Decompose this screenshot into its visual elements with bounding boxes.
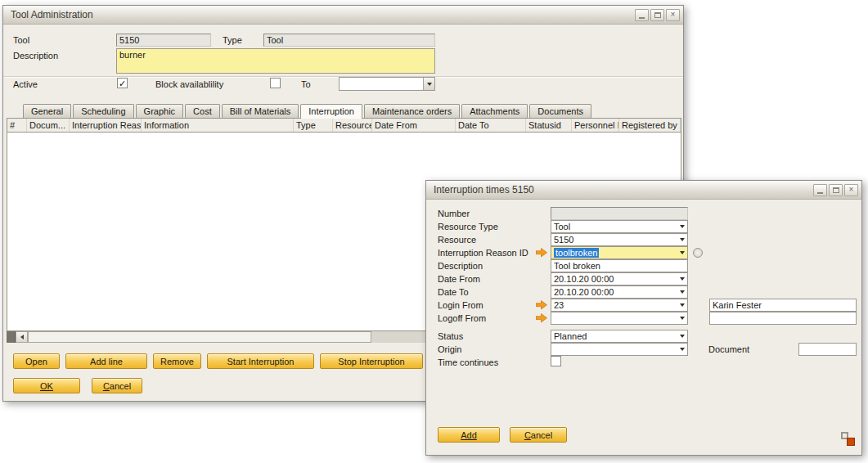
reason-info-icon[interactable]: [693, 248, 703, 258]
type-field[interactable]: Tool: [263, 34, 435, 47]
block-availability-label: Block availablility: [155, 79, 223, 89]
number-field: [551, 207, 688, 220]
column-header-type: Type: [294, 119, 333, 132]
cancel-button[interactable]: Cancel: [92, 378, 142, 393]
origin-label: Origin: [438, 344, 461, 354]
tab-graphic[interactable]: Graphic: [136, 104, 184, 118]
dropdown-arrow-icon: [677, 286, 687, 298]
dialog-description-field[interactable]: Tool broken: [551, 259, 688, 272]
close-button[interactable]: ×: [666, 9, 680, 21]
dialog-minimize-button[interactable]: [813, 184, 827, 196]
resize-grip-icon[interactable]: [840, 431, 855, 446]
dropdown-arrow-icon: [423, 78, 434, 90]
column-header-information: Information: [142, 119, 294, 132]
date-to-dropdown[interactable]: 20.10.20 00:00: [551, 285, 688, 299]
maximize-button[interactable]: [650, 9, 664, 21]
reason-selected-text: toolbroken: [554, 248, 599, 258]
ok-cancel-row: OK Cancel: [13, 378, 142, 393]
open-button[interactable]: Open: [13, 353, 60, 369]
tool-field[interactable]: 5150: [116, 34, 211, 47]
column-header-registered-by: Registered by: [619, 119, 681, 132]
dropdown-arrow-icon: [677, 247, 687, 258]
stop-interruption-button[interactable]: Stop Interruption: [320, 353, 423, 369]
status-dropdown[interactable]: Planned: [551, 330, 688, 343]
column-header-date-from: Date From: [372, 119, 456, 132]
dropdown-arrow-icon: [677, 330, 687, 342]
tab-bill-of-materials[interactable]: Bill of Materials: [222, 104, 299, 118]
dropdown-arrow-icon: [677, 344, 687, 355]
document-field[interactable]: [798, 343, 857, 356]
remove-button[interactable]: Remove: [153, 353, 201, 369]
tab-general[interactable]: General: [23, 104, 71, 118]
screen: Tool Administration × Tool 5150 Type Too…: [0, 0, 868, 463]
resource-type-label: Resource Type: [438, 222, 498, 232]
interruption-reason-combo[interactable]: toolbroken: [551, 246, 688, 259]
main-window-title: Tool Administration: [11, 9, 635, 20]
active-checkbox[interactable]: ✓: [117, 78, 128, 88]
add-line-button[interactable]: Add line: [65, 353, 147, 369]
tab-attachments[interactable]: Attachments: [461, 104, 528, 118]
dropdown-arrow-icon: [677, 312, 687, 324]
add-button[interactable]: Add: [438, 427, 500, 443]
logoff-from-dropdown[interactable]: [551, 312, 688, 325]
dropdown-arrow-icon: [677, 234, 687, 245]
dialog-title: Interruption times 5150: [434, 184, 813, 196]
scroll-left-button[interactable]: [16, 331, 28, 343]
time-continues-checkbox[interactable]: [551, 356, 561, 366]
tab-maintenance-orders[interactable]: Maintenance orders: [364, 104, 460, 118]
column-header-document: Docum...: [27, 119, 70, 132]
login-from-dropdown[interactable]: 23: [551, 299, 688, 312]
column-header-resource: Resource: [333, 119, 372, 132]
link-arrow-icon[interactable]: [536, 313, 547, 323]
ok-button[interactable]: OK: [13, 378, 80, 393]
login-from-name-field[interactable]: Karin Fester: [709, 299, 857, 312]
tab-strip: General Scheduling Graphic Cost Bill of …: [23, 104, 593, 118]
dialog-titlebar[interactable]: Interruption times 5150 ×: [426, 181, 861, 200]
tab-interruption[interactable]: Interruption: [300, 104, 362, 119]
tab-documents[interactable]: Documents: [529, 104, 591, 118]
tab-scheduling[interactable]: Scheduling: [73, 104, 133, 118]
tab-cost[interactable]: Cost: [185, 104, 220, 118]
dialog-cancel-button[interactable]: Cancel: [510, 427, 567, 443]
close-icon: ×: [671, 11, 676, 19]
dialog-maximize-button[interactable]: [829, 184, 843, 196]
minimize-button[interactable]: [635, 9, 649, 21]
number-label: Number: [438, 209, 470, 218]
logoff-from-name-field[interactable]: [709, 312, 857, 325]
minimize-icon: [639, 17, 645, 19]
scrollbar-corner: [7, 331, 16, 343]
minimize-icon: [817, 192, 823, 194]
main-titlebar[interactable]: Tool Administration ×: [3, 6, 683, 25]
column-header-personnel-id: Personnel I: [572, 119, 619, 132]
link-arrow-icon[interactable]: [536, 300, 547, 310]
description-field[interactable]: burner: [116, 48, 435, 74]
time-continues-label: Time continues: [438, 357, 498, 367]
column-header-statusid: Statusid: [526, 119, 572, 132]
dialog-close-button[interactable]: ×: [844, 184, 858, 196]
resource-dropdown[interactable]: 5150: [551, 233, 688, 246]
maximize-icon: [654, 12, 661, 18]
to-label: To: [301, 79, 311, 89]
dialog-window-controls: ×: [813, 184, 858, 196]
action-button-row: Open Add line Remove Start Interruption …: [13, 353, 423, 369]
resource-label: Resource: [438, 235, 476, 245]
to-dropdown[interactable]: [339, 77, 435, 91]
grid-header-row: # Docum... Interruption Reaso Informatio…: [7, 119, 681, 133]
scrollbar-thumb[interactable]: [28, 331, 371, 343]
active-label: Active: [13, 79, 38, 89]
origin-dropdown[interactable]: [551, 343, 688, 356]
status-label: Status: [438, 331, 463, 341]
tool-label: Tool: [13, 35, 29, 45]
resource-type-dropdown[interactable]: Tool: [551, 220, 688, 233]
main-window-controls: ×: [635, 9, 680, 21]
start-interruption-button[interactable]: Start Interruption: [207, 353, 314, 369]
date-from-label: Date From: [438, 274, 480, 284]
description-label: Description: [13, 51, 58, 61]
dialog-description-label: Description: [438, 261, 483, 271]
logoff-from-label: Logoff From: [438, 313, 486, 323]
block-availability-checkbox[interactable]: [270, 78, 281, 88]
login-from-label: Login From: [438, 300, 483, 310]
column-header-number: #: [7, 119, 27, 132]
date-from-dropdown[interactable]: 20.10.20 00:00: [551, 272, 688, 285]
link-arrow-icon[interactable]: [536, 248, 547, 258]
